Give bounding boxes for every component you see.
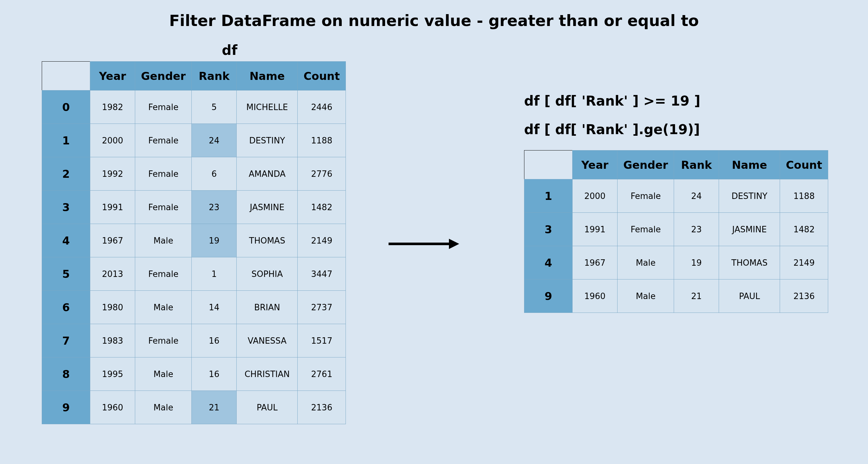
cell-year: 1960: [572, 279, 618, 313]
df-label: df: [90, 42, 369, 58]
table-row: 91960Male21PAUL2136: [524, 279, 828, 313]
col-header-gender: Gender: [618, 151, 674, 179]
cell-year: 1967: [572, 246, 618, 279]
table-row: 41967Male19THOMAS2149: [524, 246, 828, 279]
cell-gender: Female: [618, 213, 674, 246]
cell-name: BRIAN: [237, 291, 298, 324]
cell-count: 2136: [780, 279, 828, 313]
cell-gender: Male: [618, 279, 674, 313]
cell-name: DESTINY: [719, 179, 780, 213]
row-index: 4: [524, 246, 572, 279]
cell-year: 1995: [90, 358, 135, 391]
cell-name: PAUL: [237, 391, 298, 424]
cell-year: 2013: [90, 257, 135, 291]
row-index: 3: [42, 191, 90, 224]
table-corner: [42, 62, 90, 91]
row-index: 0: [42, 91, 90, 124]
cell-year: 1960: [90, 391, 135, 424]
row-index: 9: [524, 279, 572, 313]
cell-rank: 19: [674, 246, 719, 279]
row-index: 2: [42, 157, 90, 191]
cell-rank: 21: [674, 279, 719, 313]
table-row: 12000Female24DESTINY1188: [524, 179, 828, 213]
cell-year: 1992: [90, 157, 135, 191]
cell-rank: 1: [192, 257, 237, 291]
col-header-year: Year: [572, 151, 618, 179]
cell-name: CHRISTIAN: [237, 358, 298, 391]
col-header-count: Count: [298, 62, 346, 91]
cell-year: 1991: [572, 213, 618, 246]
svg-marker-1: [449, 239, 459, 249]
left-table: Year Gender Rank Name Count 01982Female5…: [42, 61, 346, 424]
cell-count: 2776: [298, 157, 346, 191]
row-index: 3: [524, 213, 572, 246]
cell-count: 2149: [298, 224, 346, 257]
table-row: 81995Male16CHRISTIAN2761: [42, 358, 346, 391]
cell-gender: Female: [135, 124, 192, 157]
cell-year: 2000: [572, 179, 618, 213]
cell-count: 2761: [298, 358, 346, 391]
table-row: 31991Female23JASMINE1482: [42, 191, 346, 224]
table-row: 71983Female16VANESSA1517: [42, 324, 346, 358]
cell-gender: Male: [135, 224, 192, 257]
cell-rank: 16: [192, 358, 237, 391]
code-line-1: df [ df[ 'Rank' ] >= 19 ]: [524, 93, 828, 109]
cell-rank: 23: [674, 213, 719, 246]
cell-name: MICHELLE: [237, 91, 298, 124]
cell-name: JASMINE: [237, 191, 298, 224]
table-row: 31991Female23JASMINE1482: [524, 213, 828, 246]
cell-name: DESTINY: [237, 124, 298, 157]
table-row: 01982Female5MICHELLE2446: [42, 91, 346, 124]
cell-count: 1188: [298, 124, 346, 157]
cell-year: 1983: [90, 324, 135, 358]
cell-year: 1967: [90, 224, 135, 257]
left-block: df Year Gender Rank Name Count 01982Fema…: [42, 42, 369, 424]
table-row: 21992Female6AMANDA2776: [42, 157, 346, 191]
cell-rank: 16: [192, 324, 237, 358]
cell-count: 2737: [298, 291, 346, 324]
row-index: 7: [42, 324, 90, 358]
cell-rank: 23: [192, 191, 237, 224]
cell-rank: 6: [192, 157, 237, 191]
cell-gender: Female: [135, 191, 192, 224]
cell-name: VANESSA: [237, 324, 298, 358]
cell-count: 2136: [298, 391, 346, 424]
cell-count: 1188: [780, 179, 828, 213]
code-line-2: df [ df[ 'Rank' ].ge(19)]: [524, 122, 828, 137]
col-header-rank: Rank: [674, 151, 719, 179]
cell-count: 1482: [298, 191, 346, 224]
cell-count: 2446: [298, 91, 346, 124]
col-header-rank: Rank: [192, 62, 237, 91]
cell-rank: 24: [674, 179, 719, 213]
col-header-gender: Gender: [135, 62, 192, 91]
cell-count: 1517: [298, 324, 346, 358]
cell-gender: Male: [135, 291, 192, 324]
row-index: 5: [42, 257, 90, 291]
right-table: Year Gender Rank Name Count 12000Female2…: [524, 150, 828, 313]
table-corner: [524, 151, 572, 179]
cell-name: JASMINE: [719, 213, 780, 246]
cell-rank: 5: [192, 91, 237, 124]
cell-rank: 14: [192, 291, 237, 324]
cell-name: THOMAS: [237, 224, 298, 257]
page-title: Filter DataFrame on numeric value - grea…: [0, 11, 868, 30]
row-index: 4: [42, 224, 90, 257]
cell-gender: Female: [135, 91, 192, 124]
cell-name: THOMAS: [719, 246, 780, 279]
cell-rank: 21: [192, 391, 237, 424]
cell-year: 2000: [90, 124, 135, 157]
row-index: 1: [42, 124, 90, 157]
row-index: 9: [42, 391, 90, 424]
col-header-name: Name: [719, 151, 780, 179]
row-index: 6: [42, 291, 90, 324]
cell-gender: Female: [135, 157, 192, 191]
cell-name: PAUL: [719, 279, 780, 313]
cell-name: SOPHIA: [237, 257, 298, 291]
row-index: 8: [42, 358, 90, 391]
cell-gender: Female: [618, 179, 674, 213]
table-row: 12000Female24DESTINY1188: [42, 124, 346, 157]
cell-gender: Female: [135, 324, 192, 358]
table-row: 52013Female1SOPHIA3447: [42, 257, 346, 291]
col-header-name: Name: [237, 62, 298, 91]
table-row: 91960Male21PAUL2136: [42, 391, 346, 424]
